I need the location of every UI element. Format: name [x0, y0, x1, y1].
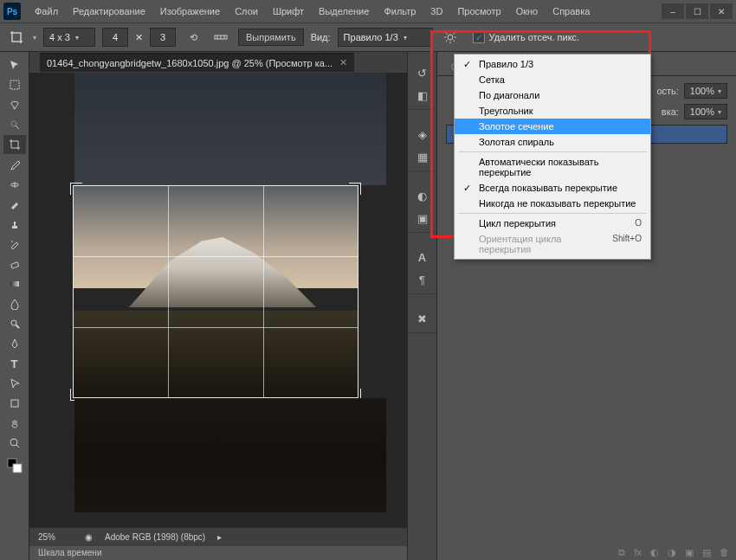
aspect-preset-dropdown[interactable]: 4 x 3 ▾: [43, 28, 95, 47]
adjustments-panel-icon[interactable]: ◐: [411, 185, 434, 206]
image-region-dimmed-top: [74, 73, 386, 185]
history-brush-tool[interactable]: [3, 235, 26, 254]
path-select-tool[interactable]: [3, 374, 26, 393]
swap-icon[interactable]: ✕: [135, 32, 143, 43]
foreground-background-colors[interactable]: [3, 454, 26, 478]
overlay-option-golden-spiral[interactable]: Золотая спираль: [455, 134, 650, 150]
document-tab[interactable]: 01464_chongyangbridgetw_1680x1050.jpg @ …: [40, 53, 354, 72]
overlay-option-golden-ratio[interactable]: Золотое сечение: [455, 119, 650, 134]
zoom-value[interactable]: 25%: [38, 532, 73, 542]
pen-tool[interactable]: [3, 334, 26, 353]
status-arrow-icon[interactable]: ▸: [217, 532, 222, 542]
delete-pixels-checkbox[interactable]: ✓: [473, 31, 485, 43]
gradient-tool[interactable]: [3, 274, 26, 293]
lasso-tool[interactable]: [3, 95, 26, 114]
overlay-cycle-orientation[interactable]: Ориентация цикла перекрытия Shift+O: [455, 231, 650, 257]
overlay-auto-show[interactable]: Автоматически показывать перекрытие: [455, 154, 650, 180]
zoom-tool[interactable]: [3, 434, 26, 453]
menu-window[interactable]: Окно: [509, 3, 546, 20]
timeline-panel-tab[interactable]: Шкала времени: [29, 546, 407, 560]
shape-tool[interactable]: [3, 394, 26, 413]
tool-preset-arrow[interactable]: ▾: [33, 34, 36, 42]
eraser-tool[interactable]: [3, 254, 26, 274]
close-icon[interactable]: ✕: [339, 57, 347, 68]
menu-select[interactable]: Выделение: [312, 3, 376, 20]
crop-overlay-grid: [74, 186, 358, 397]
crop-tool[interactable]: [3, 135, 26, 154]
overlay-option-triangle[interactable]: Треугольник: [455, 103, 650, 119]
brush-settings-icon[interactable]: ✖: [411, 308, 434, 329]
styles-panel-icon[interactable]: ▣: [411, 208, 434, 229]
overlay-view-dropdown[interactable]: Правило 1/3 ▾: [338, 28, 433, 47]
adjustment-layer-icon[interactable]: ◑: [668, 547, 676, 558]
fill-input[interactable]: 100% ▾: [684, 104, 727, 119]
menu-view[interactable]: Просмотр: [450, 3, 507, 20]
straighten-icon[interactable]: [210, 28, 231, 47]
layer-fx-icon[interactable]: fx: [634, 547, 642, 558]
opacity-input[interactable]: 100% ▾: [684, 83, 727, 99]
properties-panel-icon[interactable]: ◧: [411, 85, 434, 106]
healing-tool[interactable]: [3, 175, 26, 194]
overlay-option-diagonal[interactable]: По диагонали: [455, 87, 650, 103]
character-panel-icon[interactable]: A: [411, 247, 434, 267]
delete-pixels-checkbox-wrap[interactable]: ✓ Удалить отсеч. пикс.: [473, 31, 580, 43]
restore-button[interactable]: ☐: [686, 3, 708, 19]
menu-edit[interactable]: Редактирование: [66, 3, 152, 20]
layer-mask-icon[interactable]: ◐: [650, 547, 659, 558]
overlay-option-rule-of-thirds[interactable]: ✓ Правило 1/3: [455, 56, 650, 72]
eyedropper-tool[interactable]: [3, 155, 26, 174]
overlay-cycle[interactable]: Цикл перекрытия O: [455, 216, 650, 231]
chevron-down-icon: ▾: [404, 34, 407, 42]
hand-tool[interactable]: [3, 414, 26, 433]
menu-image[interactable]: Изображение: [153, 3, 227, 20]
menu-file[interactable]: Файл: [28, 3, 65, 20]
crop-handle-tr[interactable]: [349, 183, 361, 195]
menu-type[interactable]: Шрифт: [266, 3, 311, 20]
swatches-panel-icon[interactable]: ▦: [411, 146, 434, 167]
history-panel-icon[interactable]: ↺: [411, 62, 434, 83]
shortcut-label: O: [635, 218, 642, 229]
straighten-button[interactable]: Выпрямить: [238, 29, 304, 46]
paragraph-panel-icon[interactable]: ¶: [411, 269, 434, 290]
menu-3d[interactable]: 3D: [423, 3, 449, 20]
crop-height-input[interactable]: 3: [150, 28, 176, 47]
crop-handle-tl[interactable]: [70, 183, 82, 195]
overlay-never-show[interactable]: Никогда не показывать перекрытие: [455, 196, 650, 211]
overlay-settings-gear-icon[interactable]: [440, 28, 461, 47]
document-canvas[interactable]: [74, 73, 386, 512]
svg-point-4: [448, 35, 453, 40]
menu-layers[interactable]: Слои: [228, 3, 265, 20]
blur-tool[interactable]: [3, 294, 26, 313]
overlay-option-grid[interactable]: Сетка: [455, 72, 650, 87]
canvas-viewport[interactable]: [29, 73, 407, 527]
opacity-value: 100%: [690, 86, 714, 96]
crop-box[interactable]: [73, 185, 358, 398]
color-panel-icon[interactable]: ◈: [411, 124, 434, 145]
dodge-tool[interactable]: [3, 314, 26, 333]
link-layers-icon[interactable]: ⧉: [618, 547, 625, 558]
menu-help[interactable]: Справка: [546, 3, 597, 20]
opacity-label: ость:: [656, 86, 678, 96]
marquee-tool[interactable]: [3, 75, 26, 94]
move-tool[interactable]: [3, 55, 26, 74]
crop-width-input[interactable]: 4: [102, 28, 128, 47]
clear-icon[interactable]: ⟲: [183, 28, 203, 47]
trash-icon[interactable]: 🗑: [720, 547, 729, 558]
document-tab-title: 01464_chongyangbridgetw_1680x1050.jpg @ …: [47, 58, 332, 68]
new-layer-icon[interactable]: ▤: [702, 547, 711, 558]
close-button[interactable]: ✕: [710, 3, 733, 19]
type-tool[interactable]: T: [3, 354, 26, 373]
window-controls: – ☐ ✕: [662, 3, 733, 19]
quick-select-tool[interactable]: [3, 115, 26, 134]
overlay-always-show[interactable]: ✓ Всегда показывать перекрытие: [455, 180, 650, 196]
stamp-tool[interactable]: [3, 215, 26, 234]
minimize-button[interactable]: –: [662, 3, 684, 19]
group-icon[interactable]: ▣: [685, 547, 694, 558]
brush-tool[interactable]: [3, 195, 26, 214]
menu-filter[interactable]: Фильтр: [377, 3, 423, 20]
app-logo: Ps: [3, 3, 21, 20]
svg-rect-17: [13, 464, 22, 473]
svg-rect-14: [11, 400, 18, 407]
view-label: Вид:: [311, 32, 331, 42]
check-icon: ✓: [463, 183, 471, 194]
